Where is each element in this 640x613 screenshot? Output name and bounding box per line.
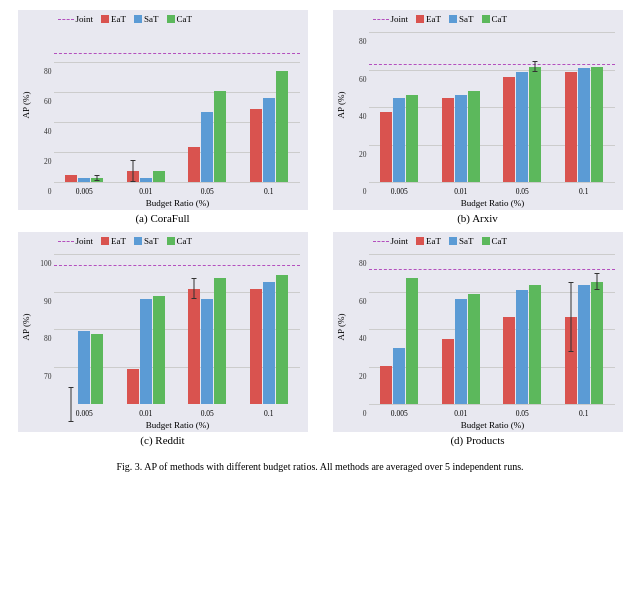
legend-products: Joint EaT SaT CaT	[373, 236, 508, 246]
bars-wrapper-arxiv: 0.0050.010.050.1	[369, 32, 615, 182]
legend-cat: CaT	[482, 236, 508, 246]
bar-eat-0	[380, 112, 392, 182]
bar-sat-1	[140, 299, 152, 404]
y-axis-label-products: AP (%)	[335, 252, 349, 402]
cat-label: CaT	[492, 14, 508, 24]
eat-color-icon	[416, 237, 424, 245]
y-tick: 0	[363, 409, 369, 418]
y-tick: 20	[359, 149, 369, 158]
eat-color-icon	[101, 237, 109, 245]
bars-wrapper-corafull: 0.0050.010.050.1	[54, 32, 300, 182]
x-tick-3: 0.1	[579, 409, 588, 418]
bar-sat-2	[201, 299, 213, 404]
sat-label: SaT	[459, 14, 474, 24]
bar-cat-1	[153, 296, 165, 405]
cat-label: CaT	[492, 236, 508, 246]
x-axis-label-products: Budget Ratio (%)	[373, 420, 613, 430]
legend-reddit: Joint EaT SaT CaT	[58, 236, 193, 246]
bar-eat-1	[127, 171, 139, 182]
bar-sat-3	[578, 285, 590, 404]
x-tick-3: 0.1	[264, 187, 273, 196]
bar-cat-3	[591, 282, 603, 405]
chart-caption-products: (d) Products	[450, 434, 504, 446]
y-tick: 20	[359, 371, 369, 380]
legend-joint: Joint	[58, 14, 94, 24]
bar-group-1: 0.01	[115, 171, 177, 182]
y-tick: 80	[44, 334, 54, 343]
legend-cat: CaT	[482, 14, 508, 24]
bar-sat-1	[455, 95, 467, 183]
x-tick-0: 0.005	[76, 409, 93, 418]
bar-group-0: 0.005	[54, 331, 116, 405]
bar-group-2: 0.05	[492, 67, 554, 183]
legend-eat: EaT	[416, 14, 441, 24]
bar-cat-0	[406, 95, 418, 183]
bar-cat-2	[214, 91, 226, 182]
legend-eat: EaT	[101, 236, 126, 246]
bar-sat-0	[393, 98, 405, 182]
y-axis-label-corafull: AP (%)	[20, 30, 34, 180]
bar-eat-2	[188, 289, 200, 405]
bar-sat-3	[263, 98, 275, 182]
bar-eat-0	[380, 366, 392, 405]
bar-cat-3	[276, 71, 288, 182]
eat-label: EaT	[426, 236, 441, 246]
y-tick: 80	[44, 67, 54, 76]
chart-caption-arxiv: (b) Arxiv	[457, 212, 498, 224]
bars-wrapper-reddit: 0.0050.010.050.1	[54, 254, 300, 404]
y-tick: 70	[44, 371, 54, 380]
bar-group-2: 0.05	[177, 91, 239, 182]
x-axis-label-corafull: Budget Ratio (%)	[58, 198, 298, 208]
bar-group-3: 0.1	[553, 282, 615, 405]
sat-label: SaT	[144, 14, 159, 24]
grid-line	[369, 182, 615, 183]
grid-line	[369, 404, 615, 405]
bar-cat-2	[529, 67, 541, 183]
cat-label: CaT	[177, 236, 193, 246]
bar-sat-0	[393, 348, 405, 404]
x-axis-label-arxiv: Budget Ratio (%)	[373, 198, 613, 208]
legend-joint: Joint	[373, 236, 409, 246]
error-bar-eat-3	[570, 282, 571, 352]
error-bar-cat-3	[596, 273, 597, 291]
legend-sat: SaT	[449, 14, 474, 24]
sat-color-icon	[449, 15, 457, 23]
x-tick-1: 0.01	[139, 409, 152, 418]
bar-group-0: 0.005	[369, 278, 431, 404]
bar-group-2: 0.05	[177, 278, 239, 404]
bar-cat-2	[214, 278, 226, 404]
bar-eat-3	[250, 109, 262, 182]
bar-sat-3	[578, 68, 590, 182]
bar-sat-3	[263, 282, 275, 405]
figure-caption: Fig. 3. AP of methods with different bud…	[10, 460, 630, 474]
y-tick: 40	[359, 334, 369, 343]
chart-corafull: Joint EaT SaT CaT AP (%)Budget Ratio (%)…	[10, 10, 315, 228]
x-tick-0: 0.005	[391, 187, 408, 196]
bar-eat-3	[250, 289, 262, 405]
sat-label: SaT	[144, 236, 159, 246]
bar-eat-1	[127, 369, 139, 404]
joint-label: Joint	[76, 14, 94, 24]
error-bar-eat-0	[71, 387, 72, 422]
joint-label: Joint	[76, 236, 94, 246]
x-tick-1: 0.01	[139, 187, 152, 196]
bar-cat-1	[153, 171, 165, 182]
eat-label: EaT	[426, 14, 441, 24]
bar-eat-3	[565, 72, 577, 182]
bar-sat-2	[201, 112, 213, 182]
bar-sat-0	[78, 178, 90, 182]
y-tick: 0	[363, 187, 369, 196]
eat-color-icon	[101, 15, 109, 23]
bar-eat-2	[503, 317, 515, 405]
sat-color-icon	[134, 237, 142, 245]
legend-cat: CaT	[167, 236, 193, 246]
cat-color-icon	[167, 237, 175, 245]
y-tick: 60	[44, 97, 54, 106]
bar-cat-0	[91, 178, 103, 182]
cat-color-icon	[167, 15, 175, 23]
y-tick: 40	[359, 112, 369, 121]
bar-sat-2	[516, 290, 528, 404]
bar-group-1: 0.01	[430, 91, 492, 182]
sat-color-icon	[134, 15, 142, 23]
bar-group-1: 0.01	[430, 294, 492, 404]
